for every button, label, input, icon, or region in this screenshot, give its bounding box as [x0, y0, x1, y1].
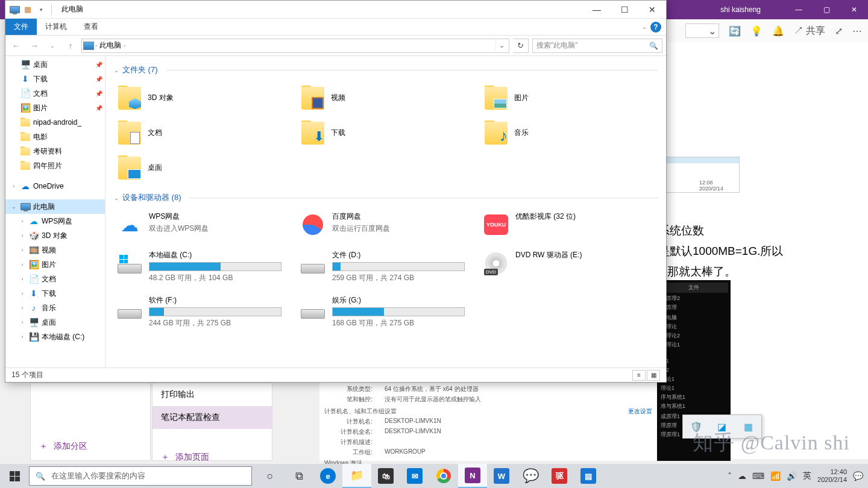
- bg-dropdown[interactable]: ⌄: [685, 23, 719, 38]
- task-edge[interactable]: e: [313, 464, 342, 488]
- bg-minimize[interactable]: —: [785, 0, 813, 19]
- drive-e-dvd[interactable]: DVD DVD RW 驱动器 (E:): [480, 248, 658, 286]
- tree-pictures[interactable]: 🖼️图片📌: [5, 101, 105, 115]
- nav-back-button[interactable]: ←: [9, 39, 24, 53]
- tree-wps[interactable]: ›☁WPS网盘: [5, 214, 105, 228]
- task-wechat[interactable]: 💬: [516, 464, 545, 488]
- tree-photos4[interactable]: 四年照片: [5, 158, 105, 173]
- drive-baidu[interactable]: 百度网盘双击运行百度网盘: [297, 209, 474, 240]
- page-print[interactable]: 打印输出: [153, 383, 272, 406]
- tray-onedrive-icon[interactable]: ☁: [738, 471, 746, 481]
- task-mail[interactable]: ✉: [400, 464, 429, 488]
- nav-forward-button[interactable]: →: [27, 39, 42, 53]
- share-button[interactable]: ↗ 共享: [794, 25, 825, 37]
- close-button[interactable]: ✕: [638, 1, 666, 19]
- fullscreen-icon[interactable]: ⤢: [835, 25, 843, 37]
- tree-3dobjects[interactable]: ›🎲3D 对象: [5, 228, 105, 243]
- help-icon[interactable]: ?: [650, 22, 661, 33]
- bell-icon[interactable]: 🔔: [772, 25, 784, 37]
- drive-g[interactable]: 娱乐 (G:)168 GB 可用，共 275 GB: [297, 293, 474, 331]
- tree-desktop[interactable]: 🖥️桌面📌: [5, 57, 105, 72]
- task-onenote[interactable]: N: [458, 464, 487, 488]
- folder-music[interactable]: ♪音乐: [480, 116, 658, 149]
- folder-pictures[interactable]: 图片: [480, 81, 658, 114]
- qat-properties-icon[interactable]: ▦: [22, 4, 33, 15]
- tree-kaoyan[interactable]: 考研资料: [5, 144, 105, 158]
- tray-expand-icon[interactable]: ˄: [728, 471, 732, 481]
- breadcrumb-thispc[interactable]: 此电脑: [97, 40, 124, 51]
- tree-movies[interactable]: 电影: [5, 130, 105, 144]
- tray-network-icon[interactable]: 📶: [770, 471, 781, 481]
- page-config[interactable]: 笔记本配置检查: [153, 406, 272, 429]
- tree-desktop-pc[interactable]: ›🖥️桌面: [5, 315, 105, 330]
- nav-up-button[interactable]: ↑: [63, 39, 78, 53]
- group;folders-header[interactable]: ⌄ 文件夹 (7): [114, 64, 658, 75]
- taskbar-search[interactable]: 🔍在这里输入你要搜索的内容: [29, 466, 252, 486]
- maximize-button[interactable]: ☐: [611, 1, 638, 19]
- task-chrome[interactable]: [429, 464, 458, 488]
- group-drives-header[interactable]: ⌄ 设备和驱动器 (8): [114, 192, 658, 203]
- todesk-icon[interactable]: ◪: [715, 419, 729, 434]
- tab-file[interactable]: 文件: [5, 19, 37, 35]
- tree-documents[interactable]: 📄文档📌: [5, 86, 105, 101]
- view-details-button[interactable]: ≡: [632, 370, 646, 381]
- status-bar: 15 个项目 ≡ ▦: [5, 368, 666, 382]
- wps-cloud-icon: ☁: [116, 211, 143, 238]
- tree-downloads-pc[interactable]: ›⬇下载: [5, 286, 105, 301]
- drive-f[interactable]: 软件 (F:)244 GB 可用，共 275 GB: [114, 293, 291, 331]
- search-input[interactable]: 搜索"此电脑" 🔍: [532, 39, 662, 53]
- minimize-button[interactable]: —: [583, 1, 611, 19]
- tray-ime-icon[interactable]: ⌨: [752, 471, 764, 481]
- tree-documents-pc[interactable]: ›📄文档: [5, 272, 105, 286]
- change-settings-link[interactable]: 更改设置: [628, 407, 652, 416]
- folder-downloads[interactable]: ⬇下载: [297, 116, 474, 149]
- tree-pictures-pc[interactable]: ›🖼️图片: [5, 257, 105, 272]
- view-icons-button[interactable]: ▦: [647, 370, 660, 381]
- nav-recent-dropdown[interactable]: ⌄: [45, 39, 60, 53]
- sync-icon[interactable]: 🔄: [729, 25, 741, 37]
- task-wps[interactable]: W: [487, 464, 516, 488]
- folder-documents[interactable]: 文档: [114, 116, 291, 149]
- qat-dropdown-icon[interactable]: ▾: [36, 4, 46, 15]
- task-cortana[interactable]: ○: [256, 464, 285, 488]
- drive-c[interactable]: 本地磁盘 (C:)48.2 GB 可用，共 104 GB: [114, 248, 291, 286]
- tree-downloads[interactable]: ⬇下载📌: [5, 72, 105, 86]
- task-app-red[interactable]: 驱: [545, 464, 574, 488]
- folder-3d-objects[interactable]: 3D 对象: [114, 81, 291, 114]
- task-store[interactable]: 🛍: [371, 464, 400, 488]
- tree-thispc[interactable]: ⌄此电脑: [5, 199, 105, 214]
- tray-lang[interactable]: 英: [803, 471, 811, 481]
- bg-maximize[interactable]: ▢: [813, 0, 840, 19]
- bg-close[interactable]: ✕: [840, 0, 868, 19]
- refresh-button[interactable]: ↻: [513, 39, 529, 53]
- folder-desktop[interactable]: 桌面: [114, 151, 291, 184]
- tree-onedrive[interactable]: ›☁OneDrive: [5, 179, 105, 193]
- task-taskview[interactable]: ⧉: [285, 464, 313, 488]
- ribbon-expand-icon[interactable]: ⌄: [642, 23, 647, 30]
- task-explorer[interactable]: 📁: [342, 464, 371, 488]
- defender-icon[interactable]: 🛡️: [689, 419, 703, 434]
- address-bar[interactable]: › 此电脑 › ⌄: [81, 39, 509, 53]
- folder-videos[interactable]: 视频: [297, 81, 474, 114]
- drive-d[interactable]: 文件 (D:)259 GB 可用，共 274 GB: [297, 248, 474, 286]
- addressbar-dropdown[interactable]: ⌄: [495, 39, 508, 52]
- start-button[interactable]: [0, 464, 29, 488]
- add-section-button[interactable]: ＋添加分区: [31, 435, 150, 458]
- tree-nipad[interactable]: nipad-android_: [5, 115, 105, 130]
- tree-music[interactable]: ›♪音乐: [5, 301, 105, 315]
- drive-youku[interactable]: YOUKU 优酷影视库 (32 位): [480, 209, 658, 240]
- more-icon[interactable]: ⋯: [852, 25, 862, 37]
- tab-computer[interactable]: 计算机: [37, 19, 75, 35]
- tray-volume-icon[interactable]: 🔊: [787, 471, 797, 481]
- tab-view[interactable]: 查看: [75, 19, 107, 35]
- bulb-icon[interactable]: 💡: [750, 25, 763, 37]
- baidu-icon: [300, 211, 326, 238]
- tray-notifications-icon[interactable]: 💬: [853, 471, 863, 481]
- tray-clock[interactable]: 12:402020/2/14: [817, 468, 847, 484]
- drive-icon: [116, 295, 143, 322]
- task-app-blue[interactable]: ▤: [574, 464, 603, 488]
- tree-cdrive[interactable]: ›💾本地磁盘 (C:): [5, 330, 105, 344]
- misc-tray-icon[interactable]: ▦: [741, 419, 755, 434]
- tree-video[interactable]: ›🎞️视频: [5, 243, 105, 257]
- drive-wps[interactable]: ☁ WPS网盘双击进入WPS网盘: [114, 209, 291, 240]
